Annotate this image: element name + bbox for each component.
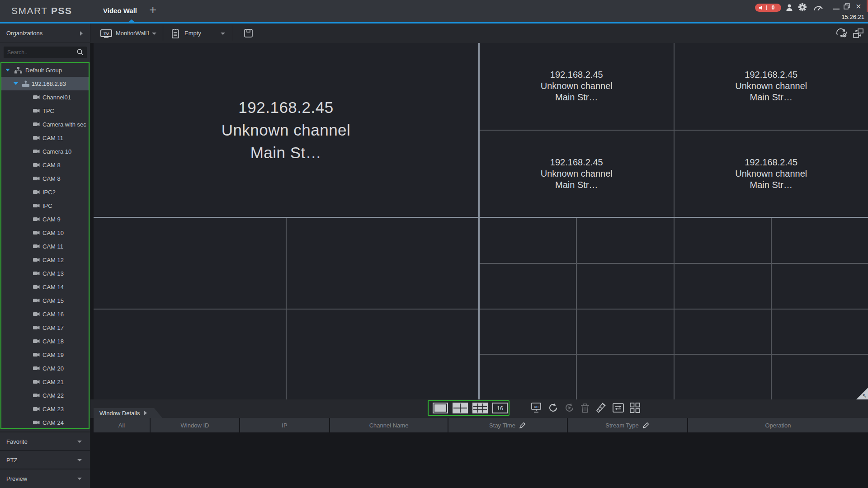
expanded-caret-icon[interactable]	[14, 82, 18, 85]
split-4-button[interactable]	[453, 403, 468, 413]
tree-item-channel[interactable]: CAM 11	[1, 239, 89, 253]
split-1-button[interactable]	[433, 403, 448, 413]
wall-window-empty[interactable]	[287, 218, 479, 309]
dashboard-gauge-icon[interactable]	[813, 4, 824, 11]
wall-window-empty[interactable]	[577, 355, 673, 399]
wall-window-empty[interactable]	[287, 310, 479, 400]
split-9-button[interactable]	[472, 403, 488, 413]
sidebar-section-preview[interactable]: Preview	[0, 469, 90, 487]
group-label: Default Group	[25, 67, 62, 74]
camera-icon	[33, 339, 40, 343]
tree-item-channel[interactable]: CAM 17	[1, 321, 89, 334]
tree-item-channel[interactable]: CAM 23	[1, 402, 89, 416]
wall-window-empty[interactable]	[675, 310, 771, 354]
monitor-wall-caret-icon[interactable]	[152, 33, 156, 35]
wall-window-feed[interactable]: 192.168.2.45Unknown channelMain Str…	[480, 131, 674, 217]
tree-item-channel[interactable]: IPC	[1, 199, 89, 212]
edit-pencil-icon[interactable]	[519, 422, 526, 429]
section-collapse-icon[interactable]	[77, 478, 82, 480]
search-box[interactable]	[4, 47, 87, 58]
tree-item-channel[interactable]: TPC	[1, 104, 89, 117]
wall-window-feed[interactable]: 192.168.2.45Unknown channelMain Str…	[675, 43, 868, 130]
wall-window-empty[interactable]	[480, 355, 576, 399]
screen-on-button[interactable]: on	[530, 402, 542, 413]
wall-window-empty[interactable]	[94, 310, 286, 400]
edit-pencil-icon[interactable]	[642, 422, 650, 429]
task-cycle-config-icon[interactable]	[835, 28, 848, 38]
tree-item-channel[interactable]: CAM 11	[1, 131, 89, 145]
tree-item-channel[interactable]: CAM 16	[1, 307, 89, 321]
tree-item-channel[interactable]: CAM 9	[1, 212, 89, 226]
tree-item-channel[interactable]: CAM 14	[1, 280, 89, 294]
wall-window-empty[interactable]	[94, 218, 286, 309]
tree-item-channel[interactable]: CAM 8	[1, 172, 89, 185]
scheme-caret-icon[interactable]	[221, 33, 225, 35]
tree-item-channel[interactable]: CAM 8	[1, 158, 89, 172]
section-collapse-icon[interactable]	[77, 459, 82, 461]
tree-item-channel[interactable]: CAM 15	[1, 294, 89, 307]
tab-video-wall[interactable]: Video Wall	[103, 7, 137, 14]
wall-window-empty[interactable]	[675, 355, 771, 399]
tree-item-channel[interactable]: CAM 13	[1, 267, 89, 280]
window-details-tab[interactable]: Window Details	[94, 408, 162, 418]
delete-button[interactable]	[580, 403, 590, 413]
settings-gear-icon[interactable]	[798, 3, 807, 11]
search-input[interactable]	[7, 47, 75, 58]
tour-play-button[interactable]	[564, 403, 575, 413]
screen-swap-icon[interactable]	[853, 28, 864, 38]
toolbar-separator	[163, 25, 163, 41]
tree-item-channel[interactable]: CAM 19	[1, 348, 89, 361]
wall-window-empty[interactable]	[675, 264, 771, 309]
tree-item-channel[interactable]: CAM 10	[1, 226, 89, 239]
tree-item-channel[interactable]: CAM 24	[1, 416, 89, 429]
tree-item-channel[interactable]: CAM 12	[1, 253, 89, 267]
new-tab-button[interactable]: +	[149, 3, 156, 17]
wall-window-feed[interactable]: 192.168.2.45Unknown channelMain Str…	[675, 131, 868, 217]
monitor-wall-select[interactable]: MonitorWall1	[116, 30, 150, 37]
user-icon[interactable]	[786, 4, 793, 11]
tree-item-channel[interactable]: Camera 10	[1, 145, 89, 158]
wall-window-empty[interactable]	[577, 310, 673, 354]
wall-window-feed[interactable]: 192.168.2.45Unknown channelMain Str…	[480, 43, 674, 130]
wall-window-empty[interactable]	[772, 218, 868, 263]
expanded-caret-icon[interactable]	[5, 69, 10, 71]
close-button[interactable]: ×	[856, 1, 861, 12]
tree-item-channel[interactable]: CAM 22	[1, 389, 89, 402]
sidebar-section-ptz[interactable]: PTZ	[0, 450, 90, 469]
stream-switch-button[interactable]	[613, 403, 624, 413]
wall-window-empty[interactable]	[480, 218, 576, 263]
alarm-indicator[interactable]: 0	[755, 4, 781, 12]
organizations-expand-icon[interactable]	[80, 31, 83, 36]
organizations-header[interactable]: Organizations	[0, 23, 90, 43]
wall-window-empty[interactable]	[480, 310, 576, 354]
wall-window-empty[interactable]	[772, 264, 868, 309]
minimize-button[interactable]	[833, 9, 840, 9]
refresh-button[interactable]	[548, 403, 558, 413]
scheme-select[interactable]: Empty	[184, 30, 201, 37]
wall-window-empty[interactable]	[480, 264, 576, 309]
section-collapse-icon[interactable]	[77, 441, 82, 443]
tree-item-default-group[interactable]: Default Group	[1, 63, 89, 77]
clear-broom-button[interactable]	[595, 403, 607, 413]
alarm-count: 0	[767, 5, 781, 11]
save-scheme-button[interactable]	[244, 29, 253, 38]
sidebar-section-favorite[interactable]: Favorite	[0, 432, 90, 450]
tree-item-channel[interactable]: Channel01	[1, 90, 89, 104]
search-icon[interactable]	[77, 49, 84, 57]
wall-window-empty[interactable]	[772, 310, 868, 354]
device-tree: Default Group 192.168.2.83 Channel01TPCC…	[0, 62, 90, 429]
tree-item-channel[interactable]: IPC2	[1, 185, 89, 199]
restore-button[interactable]	[844, 3, 850, 9]
wall-layout-button[interactable]	[630, 403, 640, 413]
wall-window-main[interactable]: 192.168.2.45 Unknown channel Main St…	[94, 43, 478, 217]
wall-window-empty[interactable]	[675, 218, 771, 263]
tree-item-channel[interactable]: CAM 18	[1, 334, 89, 348]
split-16-button[interactable]: 16	[492, 403, 508, 413]
tree-item-channel[interactable]: CAM 20	[1, 361, 89, 375]
tree-item-device-selected[interactable]: 192.168.2.83	[1, 77, 89, 90]
wall-window-empty[interactable]	[577, 218, 673, 263]
wall-window-empty[interactable]	[577, 264, 673, 309]
tree-item-channel[interactable]: Camera with sec	[1, 117, 89, 131]
tree-item-channel[interactable]: CAM 21	[1, 375, 89, 389]
wall-window-empty[interactable]	[772, 355, 868, 399]
